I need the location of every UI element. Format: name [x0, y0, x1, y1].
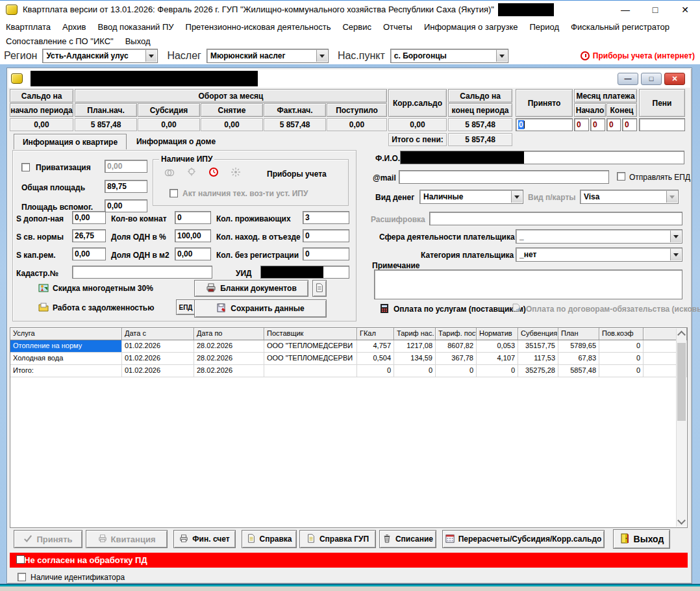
menu-archive[interactable]: Архив [56, 21, 92, 33]
save-data-button[interactable]: Сохранить данные [194, 299, 327, 318]
epd-button[interactable]: ЕПД [176, 299, 195, 315]
month-end-2-input[interactable]: 0 [622, 118, 637, 131]
pd-consent-checkbox[interactable] [16, 555, 25, 564]
document-blanks-button[interactable]: Бланки документов [194, 280, 308, 297]
exit-button[interactable]: Выход [613, 529, 670, 549]
kadastr-input[interactable] [72, 266, 212, 279]
peni-header: Пени [639, 89, 685, 117]
col-subvention[interactable]: Субвенция [518, 328, 558, 340]
table-row[interactable]: Холодная вода 01.02.2026 28.02.2026 ООО … [10, 353, 687, 365]
chevron-down-icon[interactable] [670, 249, 681, 260]
menu-claims[interactable]: Претензионно-исковая деятельность [180, 21, 337, 33]
fact-value: 5 857,48 [264, 118, 326, 131]
chevron-down-icon[interactable] [316, 50, 327, 62]
close-icon[interactable]: ✕ [670, 1, 700, 19]
rooms-input[interactable]: 0 [175, 211, 211, 224]
menu-load-info[interactable]: Информация о загрузке [418, 21, 524, 33]
odn-pct-input[interactable]: 100,00 [175, 229, 211, 242]
scroll-down-icon[interactable] [677, 516, 686, 525]
col-plan[interactable]: План [558, 328, 599, 340]
maximize-icon[interactable]: □ [640, 1, 670, 19]
total-peni-label: Итого с пени: [388, 133, 447, 146]
category-select[interactable]: _нет [516, 247, 682, 262]
child-minimize-icon[interactable]: — [618, 73, 638, 85]
menu-service[interactable]: Сервис [336, 21, 377, 33]
chevron-down-icon[interactable] [145, 50, 156, 62]
col-povkoef[interactable]: Пов.коэф [599, 328, 644, 340]
redacted-fio [401, 151, 524, 164]
note-textarea[interactable] [374, 270, 682, 299]
peni-input[interactable] [639, 118, 685, 131]
chevron-down-icon[interactable] [511, 191, 522, 203]
away-input[interactable]: 0 [303, 229, 349, 242]
child-maximize-icon[interactable]: □ [641, 73, 662, 85]
s-dop-input[interactable]: 0,00 [72, 211, 106, 224]
month-end-1-input[interactable]: 0 [606, 118, 621, 131]
total-peni-value: 5 857,48 [448, 133, 512, 146]
meters-internet-link[interactable]: Приборы учета (интернет) [581, 51, 695, 60]
col-normativ[interactable]: Норматив [477, 328, 518, 340]
menu-meter-readings[interactable]: Ввод показаний ПУ [92, 21, 180, 33]
menu-reports[interactable]: Отчеты [377, 21, 418, 33]
tab-house-info[interactable]: Информация о доме [131, 134, 221, 149]
minimize-icon[interactable]: — [610, 1, 640, 19]
col-date-to[interactable]: Дата по [194, 328, 264, 340]
col-tariff-nas[interactable]: Тариф нас. [394, 328, 436, 340]
scroll-up-icon[interactable] [677, 331, 686, 339]
menu-iks[interactable]: Сопоставление с ПО "ИКС" [0, 35, 119, 47]
menu-exit[interactable]: Выход [119, 35, 156, 47]
pay-services-link[interactable]: Оплата по услугам (поставщикам) [394, 305, 526, 314]
vertical-scrollbar[interactable] [676, 329, 686, 527]
writeoff-button[interactable]: Списание [379, 530, 436, 548]
money-type-select[interactable]: Наличные [419, 190, 523, 204]
noreg-input[interactable]: 0 [303, 247, 349, 260]
document-icon-button[interactable] [312, 280, 327, 297]
s-norm-input[interactable]: 26,75 [72, 229, 106, 242]
residents-input[interactable]: 3 [303, 211, 349, 224]
corr-saldo-header: Корр.сальдо [388, 89, 447, 117]
spravka-gup-button[interactable]: Справка ГУП [299, 530, 376, 548]
col-service[interactable]: Услуга [10, 328, 122, 340]
debt-work-link[interactable]: Работа с задолженностью [53, 303, 154, 312]
tab-apartment-info[interactable]: Информация о квартире [14, 134, 127, 149]
menu-period[interactable]: Период [523, 21, 565, 33]
chevron-down-icon[interactable] [670, 231, 681, 242]
col-date-from[interactable]: Дата с [122, 328, 194, 340]
month-start-1-input[interactable]: 0 [574, 118, 589, 131]
discount-link[interactable]: Скидка многодетным 30% [53, 284, 153, 293]
note-label: Примечание [372, 261, 420, 270]
privatization-checkbox[interactable] [21, 163, 30, 171]
settlement-select[interactable]: с. Борогонцы [390, 49, 508, 63]
total-area-input[interactable]: 89,75 [105, 180, 147, 193]
category-label: Категория плательщика [421, 251, 514, 260]
identifier-checkbox[interactable] [18, 573, 26, 581]
chevron-down-icon[interactable] [496, 50, 507, 62]
col-tariff-post[interactable]: Тариф. пост [436, 328, 477, 340]
identifier-label: Наличие идентификатора [31, 573, 125, 582]
fio-input[interactable] [400, 151, 684, 164]
table-row[interactable]: Отопление на норму 01.02.2026 28.02.2026… [10, 340, 687, 353]
send-epd-checkbox[interactable] [617, 172, 625, 181]
naslag-select[interactable]: Мюрюнский наслег [206, 49, 329, 63]
month-start-2-input[interactable]: 0 [590, 118, 605, 131]
accepted-input[interactable]: 0 [516, 118, 573, 131]
spravka-button[interactable]: Справка [242, 530, 297, 548]
sphere-select[interactable]: _ [516, 229, 682, 244]
menu-kvartplata[interactable]: Квартплата [0, 21, 56, 33]
col-provider[interactable]: Поставщик [264, 328, 357, 340]
table-row-total[interactable]: Итого: 01.02.2026 28.02.2026 0 0 0 0 352… [10, 365, 687, 377]
s-kap-input[interactable]: 0,00 [72, 247, 106, 260]
odn-m2-input[interactable]: 0,00 [175, 247, 211, 260]
recalc-subsidy-button[interactable]: Перерасчеты/Субсидия/Корр.сальдо [442, 530, 605, 548]
col-gkal[interactable]: ГКал [357, 328, 394, 340]
fin-account-button[interactable]: Фин. счет [173, 530, 236, 548]
menubar-row2: Сопоставление с ПО "ИКС" Выход [0, 35, 700, 47]
received-col-header: Поступило [327, 103, 387, 117]
region-select[interactable]: Усть-Алданский улус [42, 49, 158, 63]
mail-input[interactable] [399, 170, 609, 184]
child-close-icon[interactable]: ✕ [664, 73, 685, 85]
menu-fiscal[interactable]: Фискальный регистратор [565, 21, 675, 33]
uid-input[interactable] [260, 266, 349, 279]
aux-area-input[interactable]: 0,00 [105, 199, 147, 212]
scroll-thumb[interactable] [677, 343, 686, 421]
